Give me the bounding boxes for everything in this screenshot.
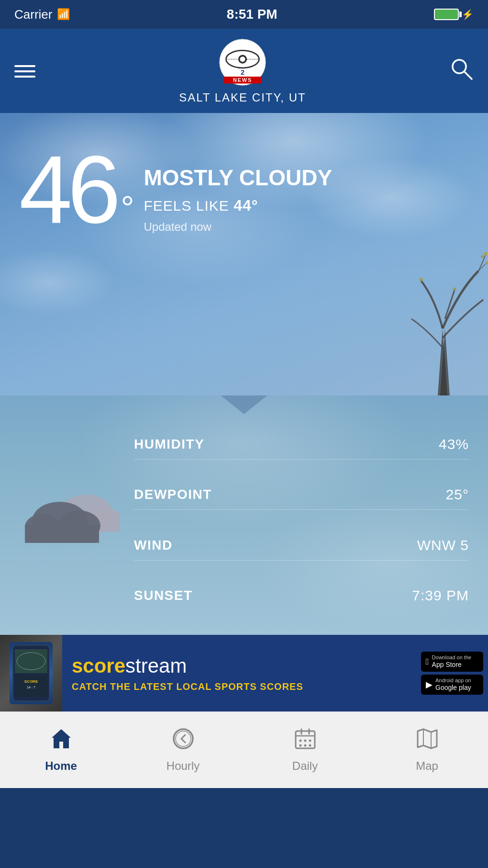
sunset-row: SUNSET 7:39 PM — [134, 581, 469, 610]
feels-like-value: 44° — [233, 197, 258, 214]
googleplay-label: Google play — [435, 684, 471, 691]
hourly-icon — [172, 727, 195, 755]
sunset-value: 7:39 PM — [412, 587, 469, 604]
svg-point-11 — [481, 255, 484, 258]
hourly-label: Hourly — [166, 759, 200, 773]
home-label: Home — [45, 759, 77, 773]
feels-like-label: FEELS LIKE — [144, 198, 229, 214]
svg-point-12 — [486, 261, 488, 264]
sunset-label: SUNSET — [134, 588, 193, 603]
map-label: Map — [416, 759, 438, 773]
temperature-value: 46 — [19, 136, 116, 243]
svg-point-14 — [453, 288, 456, 291]
nav-map[interactable]: Map — [366, 712, 488, 788]
dewpoint-row: DEWPOINT 25° — [134, 480, 469, 510]
svg-point-38 — [304, 740, 306, 742]
svg-point-39 — [309, 740, 311, 742]
ad-stream-text: stream — [125, 654, 187, 677]
temperature-area: 46° — [19, 142, 134, 237]
carrier-area: Carrier 📶 — [14, 7, 70, 22]
svg-point-13 — [419, 278, 423, 282]
panel-notch — [220, 395, 268, 414]
home-icon — [50, 727, 73, 755]
appstore-label: App Store — [432, 661, 462, 668]
ad-stores:  Download on the App Store ▶ Android ap… — [421, 652, 483, 695]
svg-marker-43 — [418, 729, 437, 748]
ad-score-text: score — [72, 654, 125, 677]
hourly-icon-svg — [172, 727, 195, 750]
hamburger-line-2 — [14, 70, 35, 72]
humidity-label: HUMIDITY — [134, 437, 204, 452]
details-content: HUMIDITY 43% DEWPOINT 25° WIND WNW 5 SUN… — [0, 395, 488, 635]
svg-point-40 — [299, 744, 301, 747]
degree-symbol: ° — [121, 190, 134, 227]
ad-tagline: CATCH THE LATEST LOCAL SPORTS SCORES — [72, 681, 411, 692]
app-header: 2 NEWS SALT LAKE CITY, UT — [0, 29, 488, 113]
hamburger-line-1 — [14, 65, 35, 67]
svg-point-10 — [484, 252, 488, 256]
svg-point-37 — [299, 740, 301, 742]
wifi-icon: 📶 — [57, 8, 70, 21]
cloudy-icon — [24, 486, 120, 553]
svg-text:14 - 7: 14 - 7 — [27, 686, 35, 689]
svg-marker-30 — [52, 729, 71, 748]
bottom-nav: Home Hourly — [0, 711, 488, 788]
svg-line-9 — [464, 71, 472, 79]
nav-hourly[interactable]: Hourly — [122, 712, 244, 788]
wind-value: WNW 5 — [417, 537, 469, 553]
details-panel: HUMIDITY 43% DEWPOINT 25° WIND WNW 5 SUN… — [0, 395, 488, 635]
svg-point-41 — [304, 744, 306, 747]
hamburger-line-3 — [14, 76, 35, 78]
dewpoint-value: 25° — [446, 486, 469, 503]
humidity-value: 43% — [439, 436, 469, 452]
search-button[interactable] — [450, 57, 474, 86]
nav-daily[interactable]: Daily — [244, 712, 366, 788]
stats-area: HUMIDITY 43% DEWPOINT 25° WIND WNW 5 SUN… — [124, 419, 469, 620]
svg-text:NEWS: NEWS — [233, 77, 252, 83]
daily-icon — [294, 727, 317, 755]
appstore-text: Download on the App Store — [432, 654, 472, 669]
tree-silhouette — [354, 194, 488, 395]
nav-home[interactable]: Home — [0, 712, 122, 788]
svg-text:SCORE: SCORE — [24, 679, 38, 684]
google-icon: ▶ — [426, 679, 433, 690]
carrier-text: Carrier — [14, 7, 52, 22]
ad-banner[interactable]: SCORE 14 - 7 scorestream CATCH THE LATES… — [0, 635, 488, 711]
humidity-row: HUMIDITY 43% — [134, 429, 469, 460]
appstore-button[interactable]:  Download on the App Store — [421, 652, 483, 672]
cloud-icon-area — [19, 419, 124, 620]
search-icon — [450, 57, 474, 81]
dewpoint-label: DEWPOINT — [134, 487, 212, 502]
ad-phone-screen: SCORE 14 - 7 — [10, 642, 53, 704]
status-bar: Carrier 📶 8:51 PM ⚡ — [0, 0, 488, 29]
apple-icon:  — [426, 657, 429, 667]
battery-area: ⚡ — [434, 9, 474, 20]
weather-hero: 46° MOSTLY CLOUDY FEELS LIKE 44° Updated… — [0, 113, 488, 395]
daily-icon-svg — [294, 727, 317, 750]
ad-phone-image: SCORE 14 - 7 — [0, 635, 62, 711]
wind-row: WIND WNW 5 — [134, 530, 469, 561]
svg-point-31 — [174, 729, 193, 748]
googleplay-button[interactable]: ▶ Android app on Google play — [421, 675, 483, 695]
location-label: SALT LAKE CITY, UT — [179, 91, 306, 104]
charging-icon: ⚡ — [462, 9, 474, 20]
svg-point-32 — [176, 731, 191, 746]
svg-text:2: 2 — [241, 68, 244, 76]
logo-area: 2 NEWS SALT LAKE CITY, UT — [179, 38, 306, 104]
appstore-sub: Download on the — [432, 654, 472, 661]
condition-text: MOSTLY CLOUDY — [144, 166, 469, 190]
svg-rect-22 — [25, 529, 99, 543]
googleplay-sub: Android app on — [435, 677, 471, 684]
cbs2-logo: 2 NEWS — [219, 38, 266, 86]
battery-icon — [434, 9, 459, 20]
map-icon-svg — [416, 727, 439, 750]
wind-label: WIND — [134, 538, 173, 553]
googleplay-text: Android app on Google play — [435, 677, 471, 692]
home-icon-svg — [50, 727, 73, 750]
status-time: 8:51 PM — [227, 7, 277, 22]
daily-label: Daily — [292, 759, 318, 773]
ad-content: scorestream CATCH THE LATEST LOCAL SPORT… — [62, 654, 421, 692]
ad-logo: scorestream — [72, 654, 411, 677]
menu-button[interactable] — [14, 65, 35, 78]
map-icon — [416, 727, 439, 755]
